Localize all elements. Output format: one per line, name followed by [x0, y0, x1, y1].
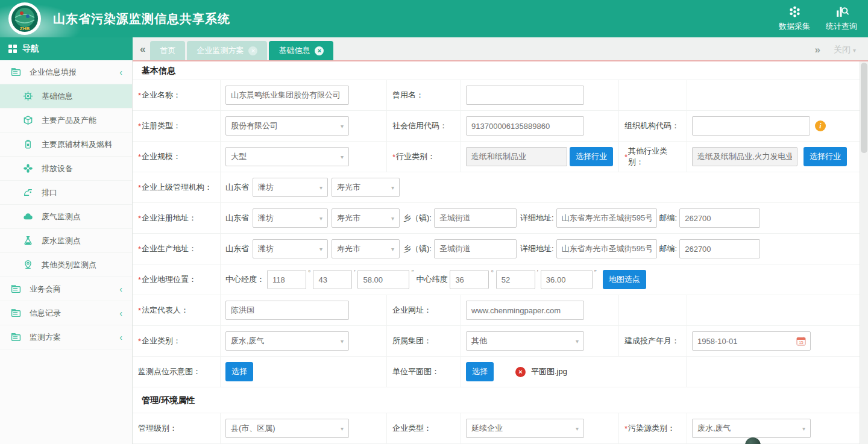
legal-rep-input[interactable]: [225, 301, 349, 320]
collapse-chevron-icon: ‹: [119, 308, 122, 318]
company-name-input[interactable]: [225, 86, 349, 105]
website-input[interactable]: [466, 301, 584, 320]
zip-label: 邮编:: [659, 243, 678, 254]
sidebar-item-materials[interactable]: 主要原辅材料及燃料: [0, 133, 132, 157]
commission-date-field: 15: [692, 331, 811, 351]
sidebar-item-label: 废气监测点: [42, 211, 81, 222]
map-pick-button[interactable]: 地图选点: [603, 270, 646, 289]
other-industry-input[interactable]: [692, 147, 797, 166]
sidebar-item-gas-monitor-points[interactable]: 废气监测点: [0, 205, 132, 229]
detail-address-label: 详细地址:: [520, 213, 554, 224]
select-industry-button[interactable]: 选择行业: [570, 147, 613, 166]
choose-unit-plan-button[interactable]: 选择: [466, 362, 494, 381]
reg-address-city-select[interactable]: 潍坊▾: [253, 208, 328, 228]
stats-query-button[interactable]: 统计查询: [826, 5, 857, 32]
scrollbar-thumb[interactable]: [861, 63, 867, 153]
fan-icon: [23, 163, 33, 174]
sidebar-group-info-records[interactable]: 信息记录 ‹: [0, 301, 132, 325]
delete-file-icon[interactable]: ×: [515, 367, 526, 377]
sidebar-item-products[interactable]: 主要产品及产能: [0, 108, 132, 133]
parent-org-label: *企业上级管理机构：: [133, 172, 220, 202]
group-select[interactable]: 其他▾: [466, 331, 584, 351]
mgmt-level-label: 管理级别：: [133, 413, 220, 443]
longitude-min-input[interactable]: [313, 270, 352, 289]
reg-address-zip-input[interactable]: [679, 208, 760, 228]
org-code-input[interactable]: [692, 116, 810, 136]
sidebar-item-water-monitor-points[interactable]: 废水监测点: [0, 229, 132, 253]
enterprise-type-select[interactable]: 延续企业▾: [466, 419, 584, 438]
form-row: *企业类别： 废水,废气▾ 所属集团： 其他▾ 建成投产年月： 15: [133, 326, 860, 357]
minute-symbol: ′: [354, 269, 355, 276]
parent-org-city-select[interactable]: 潍坊▾: [253, 178, 328, 197]
prod-address-town-input[interactable]: [434, 239, 517, 258]
org-code-label: 组织机构代码：: [618, 111, 687, 141]
main-content: 基本信息 *企业名称： 曾用名： *注册类型： 股份有限公司▾ 社会信用代码： …: [133, 60, 868, 444]
tab-enterprise-monitor-plan[interactable]: 企业监测方案 ×: [187, 41, 267, 60]
sidebar-item-label: 监测方案: [30, 332, 61, 343]
unit-plan-label: 单位平面图：: [386, 357, 461, 387]
sidebar-item-emission-equipment[interactable]: 排放设备: [0, 157, 132, 181]
select-other-industry-button[interactable]: 选择行业: [804, 147, 847, 166]
latitude-deg-input[interactable]: [450, 270, 489, 289]
tab-home[interactable]: 首页: [150, 41, 185, 60]
tab-home-label: 首页: [160, 45, 175, 56]
longitude-sec-input[interactable]: [357, 270, 409, 289]
info-icon[interactable]: i: [815, 120, 826, 131]
reg-address-district-select[interactable]: 寿光市▾: [332, 208, 400, 228]
province-text: 山东省: [225, 243, 249, 254]
tab-plan-label: 企业监测方案: [197, 45, 244, 56]
other-industry-label: *其他行业类别：: [618, 142, 687, 172]
scroll-tabs-left-button[interactable]: «: [140, 43, 145, 55]
sidebar-item-label: 信息记录: [30, 308, 61, 319]
longitude-deg-input[interactable]: [267, 270, 306, 289]
latitude-sec-input[interactable]: [541, 270, 593, 289]
tab-basic-info[interactable]: 基础信息 ×: [269, 41, 333, 60]
parent-org-district-select[interactable]: 寿光市▾: [332, 178, 400, 197]
nav-strip: 导航: [0, 37, 133, 60]
sidebar-item-outlets[interactable]: 排口: [0, 181, 132, 205]
data-collect-label: 数据采集: [779, 21, 810, 32]
sidebar-item-basic-info[interactable]: 基础信息: [0, 84, 132, 108]
app-header: ZHB 山东省污染源监测信息共享系统 数据采集: [0, 0, 868, 37]
second-symbol: ″: [594, 269, 597, 276]
scroll-tabs-right-button[interactable]: »: [815, 44, 820, 56]
commission-date-input[interactable]: [693, 333, 783, 349]
close-tab-icon[interactable]: ×: [315, 46, 324, 55]
mgmt-level-select[interactable]: 县(市、区属)▾: [225, 419, 349, 438]
gear-icon: [23, 91, 33, 101]
industry-input[interactable]: [466, 147, 567, 166]
former-name-input[interactable]: [466, 86, 584, 105]
credit-code-input[interactable]: [466, 116, 584, 136]
pollution-category-select[interactable]: 废水,废气▾: [692, 419, 811, 438]
sidebar-group-monitor-plan[interactable]: 监测方案 ‹: [0, 325, 132, 349]
water-outlet-icon: [23, 187, 33, 198]
tab-bar: « 首页 企业监测方案 × 基础信息 × » 关闭▾: [133, 37, 868, 60]
flask-icon: [23, 236, 33, 246]
reg-address-town-input[interactable]: [434, 208, 517, 228]
vertical-scrollbar[interactable]: [860, 61, 868, 444]
close-menu-button[interactable]: 关闭▾: [834, 45, 856, 55]
close-tab-icon[interactable]: ×: [248, 46, 257, 55]
svg-text:ZHB: ZHB: [20, 26, 30, 31]
prod-address-zip-input[interactable]: [679, 239, 760, 258]
sidebar-item-label: 其他类别监测点: [42, 260, 96, 270]
prod-address-city-select[interactable]: 潍坊▾: [253, 239, 328, 258]
data-collect-button[interactable]: 数据采集: [779, 5, 810, 32]
folder-icon: [11, 332, 21, 342]
calendar-icon[interactable]: 15: [796, 336, 806, 346]
register-type-select[interactable]: 股份有限公司▾: [225, 116, 349, 136]
tab-bar-right: » 关闭▾: [815, 44, 868, 62]
reg-address-detail-input[interactable]: [556, 208, 657, 228]
choose-monitor-sketch-button[interactable]: 选择: [225, 362, 253, 381]
sidebar-item-other-monitor-points[interactable]: 其他类别监测点: [0, 253, 132, 277]
sidebar-group-business-consult[interactable]: 业务会商 ‹: [0, 277, 132, 301]
company-category-select[interactable]: 废水,废气▾: [225, 331, 349, 351]
credit-code-label: 社会信用代码：: [386, 111, 461, 141]
chevron-down-icon: ▾: [576, 425, 579, 432]
prod-address-district-select[interactable]: 寿光市▾: [332, 239, 400, 258]
latitude-min-input[interactable]: [496, 270, 535, 289]
company-scale-select[interactable]: 大型▾: [225, 147, 349, 166]
form-row: *企业地理位置： 中心经度： ° ′ ″ 中心纬度 ° ′ ″ 地图选: [133, 264, 860, 295]
sidebar-group-enterprise-info[interactable]: 企业信息填报 ‹: [0, 60, 132, 84]
prod-address-detail-input[interactable]: [556, 239, 657, 258]
